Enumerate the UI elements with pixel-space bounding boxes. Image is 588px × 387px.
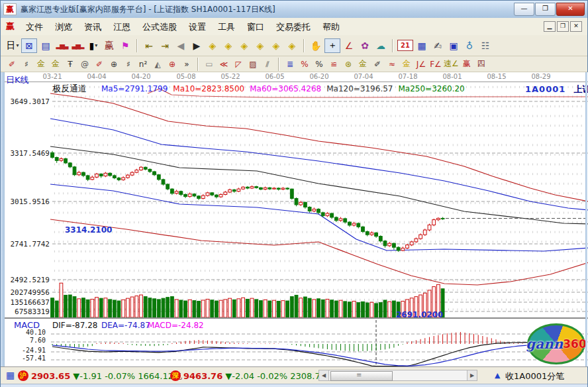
gold-angle-icon[interactable]: 金 — [400, 58, 413, 70]
ma-legend-label: Ma5=2791.1799 — [101, 84, 168, 93]
target-tool-icon[interactable]: ⊕ — [166, 58, 179, 70]
f-angle-icon[interactable]: F∠ — [429, 58, 442, 70]
ink-tool-icon[interactable]: ✐ — [371, 58, 384, 70]
prev-bar-icon[interactable]: ◀ — [173, 39, 188, 52]
toolbar-separator — [278, 58, 279, 71]
gann-wheel-icon[interactable]: ⊕ — [107, 58, 121, 70]
crosshair-icon[interactable]: ＋ — [324, 38, 340, 53]
close-button[interactable]: ✕ — [556, 3, 585, 16]
menu-item-设置[interactable]: 设置 — [183, 21, 212, 33]
dense-grid-icon[interactable]: ♯ — [122, 58, 135, 70]
percent-line-icon[interactable]: ≌ — [327, 58, 340, 70]
web-account-icon[interactable]: ♁ — [462, 39, 477, 52]
date-label: 06-05 — [262, 73, 288, 80]
grid-tool-icon[interactable]: ♯ — [20, 58, 33, 70]
zoom-h-in-icon[interactable]: ◈ — [253, 39, 268, 52]
menu-item-工具[interactable]: 工具 — [212, 21, 241, 33]
zoom-all-in-icon[interactable]: ◈ — [269, 39, 283, 52]
mirror-tool-icon[interactable]: ◭ — [151, 58, 164, 70]
first-page-icon[interactable]: ⇤ — [142, 39, 156, 52]
cloud-tool-icon[interactable]: ☁ — [373, 39, 388, 52]
maximize-button[interactable]: ❐ — [535, 3, 556, 16]
j-angle-icon[interactable]: J∠ — [415, 58, 428, 70]
count-bars-icon[interactable]: ≣ — [283, 58, 297, 70]
print-icon[interactable]: ☷ — [478, 39, 493, 52]
calculator-icon[interactable]: ▦ — [415, 39, 429, 52]
price-annotation: 3314.2100 — [65, 225, 112, 235]
period-selector-icon[interactable]: 日▾ — [5, 39, 20, 52]
gold-circle-icon[interactable]: ⊛ — [342, 58, 355, 70]
gold-grid-1-icon[interactable]: 金 — [34, 58, 48, 70]
n2-tool-icon[interactable]: n² — [136, 58, 150, 70]
menu-item-江恩[interactable]: 江恩 — [107, 21, 136, 33]
window-frame-left — [1, 72, 5, 366]
date-label: 08-15 — [483, 73, 510, 80]
menu-item-交易委托[interactable]: 交易委托 — [270, 21, 317, 33]
parallel-lines-icon[interactable]: ⫽ — [261, 58, 274, 70]
date-label: 04-20 — [128, 73, 154, 80]
si-tool-icon[interactable]: 四 — [475, 58, 488, 70]
shanghai-icon[interactable]: 沪 — [18, 370, 28, 381]
gann-master-icon[interactable]: 赢 — [102, 39, 117, 52]
pan-hand-icon[interactable]: ✋ — [309, 39, 323, 52]
macd-pane[interactable]: MACD DIF=-87.28 DEA=-74.87 MACD=-24.82 4… — [1, 317, 588, 366]
menu-item-浏览[interactable]: 浏览 — [49, 21, 78, 33]
gold-line-icon[interactable]: 金 — [356, 58, 369, 70]
mdi-minimize-button[interactable]: ▁ — [544, 21, 556, 32]
minutes-chart-9-icon[interactable]: ▃▅▂ — [70, 39, 85, 52]
next-bar-icon[interactable]: ▶ — [189, 39, 204, 52]
scroll-right-arrow[interactable]: ▶ — [467, 370, 477, 380]
overview-icon[interactable]: ⊠ — [21, 38, 37, 53]
menu-item-帮助[interactable]: 帮助 — [317, 21, 346, 33]
percent-icon[interactable]: % — [313, 58, 326, 70]
ma-legend-label: Ma60=3065.4268 — [250, 84, 321, 93]
price-chart-pane[interactable]: 日K线 极反通道Ma5=2791.1799Ma10=2823.8500Ma60=… — [1, 72, 588, 317]
menu-item-窗口[interactable]: 窗口 — [241, 21, 270, 33]
scroll-left-arrow[interactable]: ◀ — [319, 370, 329, 380]
price-chart-canvas[interactable] — [1, 72, 588, 317]
info-f10-icon[interactable]: ▤ — [38, 39, 53, 52]
win-tool-icon[interactable]: 赢 — [460, 58, 473, 70]
zoom-all-out-icon[interactable]: ◈ — [285, 39, 299, 52]
brush-grid-icon[interactable]: ✐ — [93, 58, 106, 70]
date-label: 08-29 — [528, 73, 554, 80]
menu-item-资讯[interactable]: 资讯 — [78, 21, 107, 33]
flower-tool-icon[interactable]: ✿ — [358, 39, 372, 52]
candle-style-icon[interactable]: ▮▾ — [86, 39, 101, 52]
flag-marker-icon[interactable]: ⚑ — [118, 39, 132, 52]
zoom-h-out-icon[interactable]: ◈ — [237, 39, 252, 52]
last-page-icon[interactable]: ⇥ — [158, 39, 172, 52]
shift-left-icon[interactable]: ◈ — [205, 39, 220, 52]
price-axis-label: 2492.5219 — [7, 276, 50, 284]
minutes-chart-3-icon[interactable]: ▂▅▃ — [54, 39, 69, 52]
hatch-box-icon[interactable]: ▨ — [246, 58, 260, 70]
speed-angle-icon[interactable]: 速∠ — [444, 58, 459, 70]
shanghai-quote[interactable]: 2903.65 ▼-1.91 -0.07% 1664.12亿 — [31, 370, 182, 382]
brush-tool-icon[interactable]: ✐ — [5, 58, 19, 70]
calendar-icon[interactable]: 21 — [397, 40, 413, 51]
percent-down-icon[interactable]: % — [298, 58, 311, 70]
shift-right-icon[interactable]: ◈ — [221, 39, 236, 52]
mdi-close-button[interactable]: ✕ — [570, 21, 582, 32]
save-icon[interactable]: ▣ — [446, 39, 461, 52]
box-tool-icon[interactable]: ▭ — [203, 58, 216, 70]
menu-item-文件[interactable]: 文件 — [20, 21, 49, 33]
horizontal-scrollbar[interactable]: ◀ ▶ — [318, 370, 477, 381]
overflow-chevron-icon[interactable]: » — [180, 58, 193, 70]
angle-measure-icon[interactable]: ∠ — [342, 39, 356, 52]
scrollbar-thumb[interactable] — [330, 371, 393, 381]
menu-item-公式选股[interactable]: 公式选股 — [136, 21, 183, 33]
notes-icon[interactable]: ✍ — [430, 39, 445, 52]
shenzhen-icon[interactable]: 深 — [170, 370, 181, 381]
fan-lines-icon[interactable]: ≪ — [217, 58, 230, 70]
mdi-restore-button[interactable]: ❐ — [557, 21, 569, 32]
toolbar-separator — [303, 39, 305, 52]
minimize-button[interactable]: — — [514, 3, 534, 16]
shenzhen-quote[interactable]: 9463.76 ▼-2.04 -0.02% 2308.79亿 — [183, 370, 334, 382]
f-grid-icon[interactable]: Ŧ — [64, 58, 77, 70]
wave-tool-icon[interactable]: ≈ — [385, 58, 399, 70]
fan-box-icon[interactable]: ◸ — [232, 58, 245, 70]
quote-grid-icon[interactable]: ▦ — [6, 370, 15, 380]
spiral-tool-icon[interactable]: @ — [78, 58, 91, 70]
gold-grid-2-icon[interactable]: 金 — [49, 58, 62, 70]
